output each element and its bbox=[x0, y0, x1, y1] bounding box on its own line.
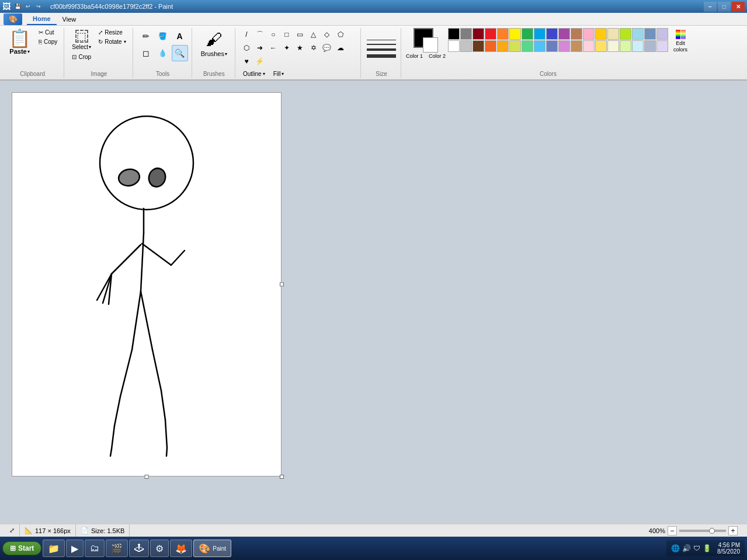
arrow-left-tool[interactable]: ← bbox=[267, 41, 280, 54]
callout-tool[interactable]: 💬 bbox=[321, 41, 333, 54]
taskbar-video[interactable]: 🎬 bbox=[106, 540, 128, 557]
resize-handle-right-mid[interactable] bbox=[280, 283, 284, 287]
undo-quick-btn[interactable]: ↩ bbox=[23, 2, 33, 11]
size-opt3[interactable] bbox=[366, 47, 397, 52]
save-quick-btn[interactable]: 💾 bbox=[13, 2, 22, 11]
color-blue[interactable] bbox=[534, 28, 546, 40]
close-btn[interactable]: ✕ bbox=[732, 2, 745, 12]
cloud-tool[interactable]: ☁ bbox=[334, 41, 347, 54]
triangle-tool[interactable]: △ bbox=[307, 28, 320, 41]
pentagon-tool[interactable]: ⬠ bbox=[334, 28, 347, 41]
color-brown[interactable] bbox=[472, 40, 484, 52]
color-gold[interactable] bbox=[595, 28, 607, 40]
resize-button[interactable]: ⤢ Resize bbox=[95, 28, 128, 37]
redo-quick-btn[interactable]: ↪ bbox=[34, 2, 43, 11]
select-button[interactable]: ⬚ Select ▾ bbox=[69, 28, 94, 52]
lightning-tool[interactable]: ⚡ bbox=[253, 55, 266, 68]
six-point-star[interactable]: ✡ bbox=[307, 41, 320, 54]
color-gray[interactable] bbox=[460, 28, 472, 40]
color-yellow2[interactable] bbox=[509, 40, 521, 52]
clock-area[interactable]: 4:56 PM 8/5/2020 bbox=[714, 542, 740, 555]
size-opt2[interactable] bbox=[366, 43, 397, 46]
rotate-button[interactable]: ↻ Rotate ▾ bbox=[95, 37, 128, 46]
tray-volume[interactable]: 🔊 bbox=[682, 544, 691, 552]
color-lightblue[interactable] bbox=[632, 28, 644, 40]
color-bluegray[interactable] bbox=[644, 40, 656, 52]
zoom-tool[interactable]: 🔍 bbox=[172, 45, 188, 61]
color-darkorange[interactable] bbox=[485, 40, 496, 52]
text-tool[interactable]: A bbox=[172, 28, 188, 44]
taskbar-settings[interactable]: ⚙ bbox=[150, 540, 169, 557]
edit-colors-button[interactable]: Edit colors bbox=[670, 28, 690, 55]
color-tan[interactable] bbox=[571, 40, 582, 52]
zoom-in-btn[interactable]: + bbox=[728, 526, 738, 535]
color-lavender[interactable] bbox=[656, 28, 668, 40]
colorpick-tool[interactable]: 💧 bbox=[155, 45, 171, 61]
color-yellow[interactable] bbox=[509, 28, 521, 40]
outline-dropdown[interactable]: Outline ▾ bbox=[240, 69, 268, 79]
zoom-slider[interactable] bbox=[679, 530, 726, 532]
taskbar-mediaplayer[interactable]: ▶ bbox=[66, 540, 84, 557]
color-paleblue[interactable] bbox=[632, 40, 644, 52]
color-brown2[interactable] bbox=[571, 28, 582, 40]
color-palegreen[interactable] bbox=[620, 40, 631, 52]
color-orange[interactable] bbox=[497, 28, 509, 40]
start-button[interactable]: ⊞ Start bbox=[2, 541, 41, 555]
cut-button[interactable]: ✂ Cut bbox=[36, 28, 60, 37]
color-beige[interactable] bbox=[607, 40, 619, 52]
color-amber[interactable] bbox=[497, 40, 509, 52]
brushes-button[interactable]: 🖌 Brushes ▾ bbox=[197, 28, 231, 59]
taskbar-explorer[interactable]: 📁 bbox=[43, 540, 65, 557]
tray-network[interactable]: 🌐 bbox=[671, 544, 680, 552]
resize-handle-bottom-right[interactable] bbox=[280, 475, 284, 479]
color-white[interactable] bbox=[448, 40, 460, 52]
color-darkred[interactable] bbox=[472, 28, 484, 40]
resize-handle-bottom-mid[interactable] bbox=[145, 475, 149, 479]
color-pastyellow[interactable] bbox=[595, 40, 607, 52]
eraser-tool[interactable]: ◻ bbox=[138, 45, 154, 61]
taskbar-browser[interactable]: 🦊 bbox=[170, 540, 192, 557]
main-canvas[interactable] bbox=[12, 92, 282, 476]
color-periwinkle[interactable] bbox=[546, 40, 558, 52]
four-point-star[interactable]: ✦ bbox=[280, 41, 293, 54]
line-tool[interactable]: / bbox=[240, 28, 253, 41]
paste-button[interactable]: 📋 Paste ▾ bbox=[5, 28, 34, 57]
tray-battery[interactable]: 🔋 bbox=[703, 544, 711, 552]
color-lightgray[interactable] bbox=[460, 40, 472, 52]
color-skyblue[interactable] bbox=[534, 40, 546, 52]
diamond-tool[interactable]: ◇ bbox=[321, 28, 333, 41]
oval-tool[interactable]: ○ bbox=[267, 28, 280, 41]
taskbar-files[interactable]: 🗂 bbox=[85, 540, 105, 557]
color-cream[interactable] bbox=[607, 28, 619, 40]
color-indigo[interactable] bbox=[546, 28, 558, 40]
fill-dropdown[interactable]: Fill ▾ bbox=[270, 69, 287, 79]
color-red[interactable] bbox=[485, 28, 496, 40]
menu-home[interactable]: Home bbox=[27, 13, 57, 25]
pencil-tool[interactable]: ✏ bbox=[138, 28, 154, 44]
color-black[interactable] bbox=[448, 28, 460, 40]
maximize-btn[interactable]: □ bbox=[718, 2, 731, 12]
zoom-out-btn[interactable]: − bbox=[668, 526, 677, 535]
taskbar-paint[interactable]: 🎨 Paint bbox=[193, 540, 231, 557]
hexagon-tool[interactable]: ⬡ bbox=[240, 41, 253, 54]
minimize-btn[interactable]: − bbox=[704, 2, 717, 12]
copy-button[interactable]: ⎘ Copy bbox=[36, 37, 60, 46]
five-point-star[interactable]: ★ bbox=[294, 41, 307, 54]
color-palelav[interactable] bbox=[656, 40, 668, 52]
color-pink[interactable] bbox=[583, 28, 595, 40]
taskbar-games[interactable]: 🕹 bbox=[129, 540, 149, 557]
color-green[interactable] bbox=[522, 28, 533, 40]
arrow-right-tool[interactable]: ➜ bbox=[253, 41, 266, 54]
color-steelblue[interactable] bbox=[644, 28, 656, 40]
color-lime[interactable] bbox=[620, 28, 631, 40]
color-pinklight[interactable] bbox=[583, 40, 595, 52]
menu-view[interactable]: View bbox=[57, 13, 82, 25]
fill-tool[interactable]: 🪣 bbox=[155, 28, 171, 44]
rect-tool[interactable]: □ bbox=[280, 28, 293, 41]
color-violet[interactable] bbox=[558, 40, 570, 52]
rounded-rect-tool[interactable]: ▭ bbox=[294, 28, 307, 41]
color-lightgreen[interactable] bbox=[522, 40, 533, 52]
heart-tool[interactable]: ♥ bbox=[240, 55, 253, 68]
size-opt1[interactable] bbox=[366, 39, 397, 41]
crop-button[interactable]: ⊡ Crop bbox=[69, 53, 94, 61]
